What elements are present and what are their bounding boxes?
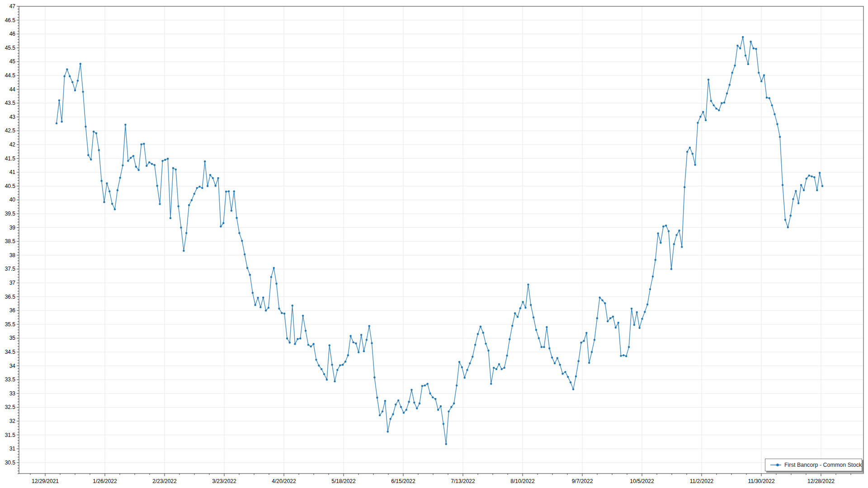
data-point-marker[interactable]	[736, 45, 738, 47]
data-point-marker[interactable]	[419, 403, 420, 404]
data-point-marker[interactable]	[673, 243, 675, 245]
data-point-marker[interactable]	[151, 163, 153, 165]
data-point-marker[interactable]	[784, 219, 786, 221]
data-point-marker[interactable]	[406, 409, 407, 411]
data-point-marker[interactable]	[198, 186, 200, 188]
data-point-marker[interactable]	[774, 113, 775, 115]
data-point-marker[interactable]	[180, 226, 182, 228]
data-point-marker[interactable]	[713, 104, 715, 106]
data-point-marker[interactable]	[591, 351, 593, 353]
data-point-marker[interactable]	[201, 187, 203, 189]
data-point-marker[interactable]	[638, 327, 640, 329]
data-point-marker[interactable]	[262, 296, 264, 298]
data-point-marker[interactable]	[154, 164, 156, 166]
data-point-marker[interactable]	[466, 369, 468, 371]
data-point-marker[interactable]	[307, 344, 309, 346]
data-point-marker[interactable]	[286, 338, 288, 339]
data-point-marker[interactable]	[511, 325, 513, 327]
data-point-marker[interactable]	[283, 313, 285, 314]
data-point-marker[interactable]	[127, 160, 129, 162]
data-point-marker[interactable]	[670, 268, 672, 270]
data-point-marker[interactable]	[742, 36, 744, 38]
data-point-marker[interactable]	[233, 190, 235, 192]
data-point-marker[interactable]	[80, 63, 81, 65]
data-point-marker[interactable]	[164, 159, 166, 161]
data-point-marker[interactable]	[708, 79, 709, 80]
data-point-marker[interactable]	[551, 357, 553, 358]
data-point-marker[interactable]	[352, 341, 354, 343]
data-point-marker[interactable]	[429, 393, 431, 394]
data-point-marker[interactable]	[117, 189, 118, 191]
data-point-marker[interactable]	[410, 389, 412, 391]
data-point-marker[interactable]	[220, 225, 222, 227]
data-point-marker[interactable]	[745, 55, 746, 56]
data-point-marker[interactable]	[612, 316, 614, 318]
price-series[interactable]	[56, 36, 823, 445]
data-point-marker[interactable]	[474, 344, 476, 346]
data-point-marker[interactable]	[771, 104, 773, 106]
data-point-marker[interactable]	[191, 199, 193, 201]
data-point-marker[interactable]	[387, 431, 389, 432]
data-point-marker[interactable]	[376, 397, 378, 399]
data-point-marker[interactable]	[323, 373, 325, 375]
data-point-marker[interactable]	[517, 316, 519, 318]
data-point-marker[interactable]	[246, 267, 248, 269]
data-point-marker[interactable]	[506, 355, 508, 357]
data-point-marker[interactable]	[159, 203, 160, 205]
data-point-marker[interactable]	[615, 327, 617, 328]
data-point-marker[interactable]	[522, 301, 524, 303]
data-point-marker[interactable]	[655, 259, 656, 261]
data-point-marker[interactable]	[554, 362, 556, 364]
data-point-marker[interactable]	[575, 375, 577, 377]
data-point-marker[interactable]	[299, 338, 301, 339]
data-point-marker[interactable]	[90, 159, 92, 160]
data-point-marker[interactable]	[244, 253, 245, 255]
data-point-marker[interactable]	[100, 180, 102, 182]
legend[interactable]: First Bancorp - Common Stock	[765, 459, 862, 471]
data-point-marker[interactable]	[747, 63, 749, 65]
data-point-marker[interactable]	[342, 364, 344, 366]
data-point-marker[interactable]	[238, 232, 240, 234]
data-point-marker[interactable]	[183, 250, 184, 252]
data-point-marker[interactable]	[583, 340, 585, 342]
data-point-marker[interactable]	[167, 158, 169, 160]
data-point-marker[interactable]	[782, 184, 783, 186]
data-point-marker[interactable]	[305, 330, 307, 332]
data-point-marker[interactable]	[530, 304, 532, 306]
data-point-marker[interactable]	[249, 274, 251, 276]
data-point-marker[interactable]	[572, 388, 574, 390]
data-point-marker[interactable]	[63, 75, 65, 77]
data-point-marker[interactable]	[734, 65, 736, 66]
data-point-marker[interactable]	[469, 362, 471, 364]
data-point-marker[interactable]	[98, 149, 100, 151]
data-point-marker[interactable]	[813, 176, 815, 178]
data-point-marker[interactable]	[114, 208, 116, 210]
data-point-marker[interactable]	[715, 108, 717, 109]
data-point-marker[interactable]	[607, 320, 609, 322]
data-point-marker[interactable]	[339, 364, 341, 366]
data-point-marker[interactable]	[697, 122, 698, 124]
data-point-marker[interactable]	[222, 222, 224, 224]
data-point-marker[interactable]	[792, 198, 794, 200]
data-point-marker[interactable]	[254, 304, 256, 306]
data-point-marker[interactable]	[503, 367, 505, 369]
data-point-marker[interactable]	[302, 315, 304, 317]
data-point-marker[interactable]	[665, 225, 667, 226]
data-point-marker[interactable]	[787, 226, 789, 228]
data-point-marker[interactable]	[382, 410, 383, 412]
data-point-marker[interactable]	[524, 307, 526, 309]
data-point-marker[interactable]	[368, 325, 370, 327]
data-point-marker[interactable]	[472, 356, 473, 357]
data-point-marker[interactable]	[297, 338, 298, 340]
data-point-marker[interactable]	[143, 143, 145, 145]
data-point-marker[interactable]	[490, 383, 492, 385]
data-point-marker[interactable]	[66, 68, 68, 70]
data-point-marker[interactable]	[588, 362, 590, 364]
data-point-marker[interactable]	[146, 165, 147, 167]
data-point-marker[interactable]	[514, 312, 516, 314]
data-point-marker[interactable]	[424, 385, 426, 386]
data-point-marker[interactable]	[763, 74, 765, 76]
data-point-marker[interactable]	[209, 174, 211, 176]
data-point-marker[interactable]	[93, 131, 94, 132]
data-point-marker[interactable]	[445, 443, 447, 445]
